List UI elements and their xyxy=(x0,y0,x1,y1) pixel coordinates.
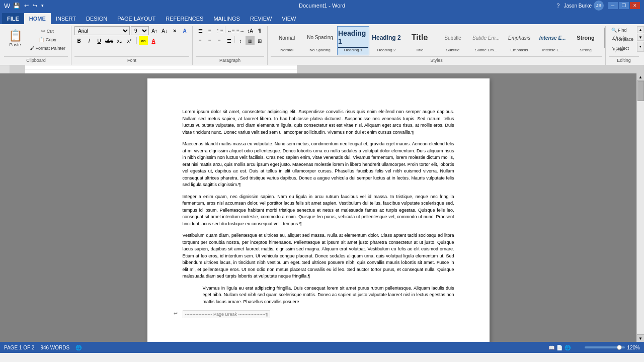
style-emphasis-label: Emphasis xyxy=(510,48,528,52)
copy-button[interactable]: 📋 Copy xyxy=(27,36,68,44)
tab-home[interactable]: HOME xyxy=(24,13,51,24)
font-size-select[interactable]: 9 xyxy=(131,26,149,35)
sort-button[interactable]: ↕A xyxy=(246,26,255,35)
font-label: Font xyxy=(74,56,189,63)
style-subtle-em-label: Subtle Em... xyxy=(475,48,497,52)
borders-button[interactable]: ⊞ xyxy=(255,36,264,45)
paste-button[interactable]: 📋 Paste xyxy=(4,26,26,50)
find-button[interactable]: 🔍Find xyxy=(609,26,636,34)
document-page[interactable]: Lorem ipsum dolor sit amet, consectetur … xyxy=(147,78,490,342)
page-break-container: ↵ ------------------ Page Break --------… xyxy=(183,310,454,318)
redo-qa-icon[interactable]: ↪ xyxy=(32,3,38,9)
style-title-preview: Title xyxy=(405,28,435,48)
view-web-icon[interactable]: 🌐 xyxy=(565,345,571,350)
zoom-percent: 120% xyxy=(627,345,640,350)
italic-button[interactable]: I xyxy=(85,36,94,45)
superscript-button[interactable]: x² xyxy=(125,36,134,45)
select-button[interactable]: ↘Select xyxy=(609,44,636,52)
tab-review[interactable]: REVIEW xyxy=(245,13,277,24)
subscript-button[interactable]: x₂ xyxy=(115,36,124,45)
font-group: Arial 9 A↑ A↓ ✕ A B I U abc x₂ x² ab A xyxy=(72,26,193,65)
multilevel-button[interactable]: ⋮≡ xyxy=(215,26,224,35)
style-normal[interactable]: Normal Normal xyxy=(271,26,303,55)
style-subtitle[interactable]: Subtitle Subtitle xyxy=(437,26,469,55)
replace-button[interactable]: ↔Replace xyxy=(609,35,636,43)
undo-qa-icon[interactable]: ↩ xyxy=(23,3,30,9)
style-intense-em-preview: Intense E... xyxy=(537,28,568,48)
ruler-svg: // ruler ticks drawn via JS below xyxy=(10,65,643,73)
tab-page-layout[interactable]: PAGE LAYOUT xyxy=(112,13,160,24)
text-highlight-button[interactable]: ab xyxy=(139,36,148,45)
styles-label: Styles xyxy=(271,56,602,63)
text-effects-button[interactable]: A xyxy=(180,26,189,35)
decrease-indent-button[interactable]: ←≡ xyxy=(226,26,235,35)
close-button[interactable]: ✕ xyxy=(630,2,640,9)
shading-button[interactable]: ▥ xyxy=(246,36,255,45)
show-paragraph-button[interactable]: ¶ xyxy=(255,26,264,35)
increase-indent-button[interactable]: ≡→ xyxy=(236,26,245,35)
tab-references[interactable]: REFERENCES xyxy=(160,13,208,24)
styles-content: Normal Normal No Spacing No Spacing Head… xyxy=(271,26,602,55)
view-print-icon[interactable]: 📄 xyxy=(556,345,562,350)
style-heading1[interactable]: Heading 1 Heading 1 xyxy=(337,26,369,55)
style-normal-label: Normal xyxy=(280,48,293,52)
para-content: ☰ ≡ ⋮≡ ←≡ ≡→ ↕A ¶ ≡ ≡ ≡ ☰ ↕ ▥ ⊞ xyxy=(196,26,264,55)
restore-button[interactable]: ❐ xyxy=(619,2,629,9)
increase-font-button[interactable]: A↑ xyxy=(150,26,159,35)
strikethrough-button[interactable]: abc xyxy=(105,36,114,45)
style-heading1-preview: Heading 1 xyxy=(338,28,368,48)
scroll-down-button[interactable]: ▼ xyxy=(637,334,645,342)
clipboard-small-buttons: ✂ Cut 📋 Copy 🖌 Format Painter xyxy=(27,27,68,52)
justify-button[interactable]: ☰ xyxy=(224,36,233,45)
save-qa-icon[interactable]: 💾 xyxy=(12,3,21,9)
tab-insert[interactable]: INSERT xyxy=(51,13,81,24)
style-intense-em-label: Intense E... xyxy=(542,48,562,52)
title-right: ? Jason Burke JB ─ ❐ ✕ xyxy=(556,1,640,11)
style-heading2[interactable]: Heading 2 Heading 2 xyxy=(370,26,403,55)
para-row1: ☰ ≡ ⋮≡ ←≡ ≡→ ↕A ¶ xyxy=(196,26,264,35)
scroll-track[interactable] xyxy=(637,81,645,334)
paragraph-group: ☰ ≡ ⋮≡ ←≡ ≡→ ↕A ¶ ≡ ≡ ≡ ☰ ↕ ▥ ⊞ Paragrap… xyxy=(194,26,268,65)
style-emphasis[interactable]: Emphasis Emphasis xyxy=(503,26,535,55)
style-strong-label: Strong xyxy=(580,48,592,52)
view-read-icon[interactable]: 📖 xyxy=(548,345,554,350)
line-spacing-button[interactable]: ↕ xyxy=(236,36,245,45)
para-row2: ≡ ≡ ≡ ☰ ↕ ▥ ⊞ xyxy=(196,36,264,45)
numbered-button[interactable]: ≡ xyxy=(205,26,214,35)
scroll-up-button[interactable]: ▲ xyxy=(637,73,645,81)
font-color-button[interactable]: A xyxy=(149,36,158,45)
align-right-button[interactable]: ≡ xyxy=(215,36,224,45)
style-intense-em[interactable]: Intense E... Intense E... xyxy=(536,26,569,55)
font-family-select[interactable]: Arial xyxy=(74,26,130,35)
user-avatar: JB xyxy=(594,1,604,11)
decrease-font-button[interactable]: A↓ xyxy=(160,26,169,35)
minimize-button[interactable]: ─ xyxy=(608,2,618,9)
style-subtle-em[interactable]: Subtle Em... Subtle Em... xyxy=(470,26,502,55)
underline-button[interactable]: U xyxy=(95,36,104,45)
paragraph-label: Paragraph xyxy=(196,56,264,63)
tab-file[interactable]: FILE xyxy=(2,13,24,24)
word-count: 946 WORDS xyxy=(40,345,69,350)
tab-view[interactable]: VIEW xyxy=(277,13,301,24)
style-title-label: Title xyxy=(416,48,424,52)
word-icon: W xyxy=(4,2,10,10)
style-no-spacing[interactable]: No Spacing No Spacing xyxy=(304,26,336,55)
ribbon: 📋 Paste ✂ Cut 📋 Copy 🖌 Format Painter Cl… xyxy=(0,24,644,65)
align-left-button[interactable]: ≡ xyxy=(196,36,205,45)
clear-format-button[interactable]: ✕ xyxy=(170,26,179,35)
tab-design[interactable]: DESIGN xyxy=(81,13,112,24)
tab-mailings[interactable]: MAILINGS xyxy=(208,13,245,24)
cut-button[interactable]: ✂ Cut xyxy=(27,27,68,35)
scroll-thumb[interactable] xyxy=(637,81,644,101)
style-title[interactable]: Title Title xyxy=(404,26,436,55)
bullets-button[interactable]: ☰ xyxy=(196,26,205,35)
align-center-button[interactable]: ≡ xyxy=(205,36,214,45)
zoom-slider[interactable] xyxy=(585,346,625,348)
style-strong[interactable]: Strong Strong xyxy=(570,26,602,55)
language-icon[interactable]: 🌐 xyxy=(75,345,82,350)
section-break-icon[interactable]: ↵ xyxy=(174,310,178,317)
bold-button[interactable]: B xyxy=(74,36,84,45)
help-icon[interactable]: ? xyxy=(556,3,559,9)
qa-dropdown-icon[interactable]: ▾ xyxy=(40,3,45,8)
format-painter-button[interactable]: 🖌 Format Painter xyxy=(27,44,68,52)
